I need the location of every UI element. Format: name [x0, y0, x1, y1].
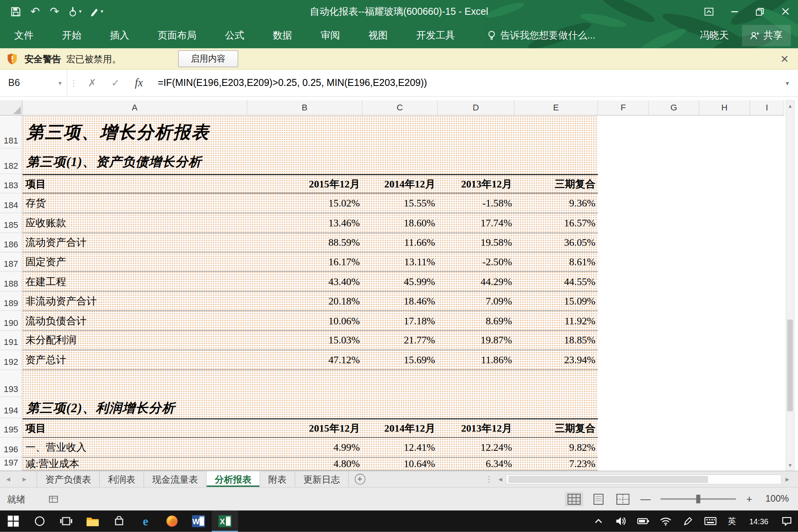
table-subtitle-cell[interactable]: 第三项(2)、利润增长分析 [23, 397, 598, 418]
value-cell[interactable]: 19.87% [438, 331, 514, 350]
scroll-right-icon[interactable]: ► [782, 476, 793, 483]
ribbon-tab-视图[interactable]: 视图 [354, 23, 402, 48]
value-cell[interactable]: 12.24% [438, 438, 514, 457]
row-header-186[interactable]: 186 [0, 233, 23, 252]
row-label-cell[interactable]: 非流动资产合计 [23, 292, 247, 310]
sheet-tab-更新日志[interactable]: 更新日志 [295, 471, 348, 487]
value-cell[interactable]: 15.69% [362, 350, 438, 369]
formula-input[interactable]: =IF(MIN(E196,E203,E209)>0.25, 0.25, MIN(… [150, 70, 777, 96]
column-header-E[interactable]: E [514, 100, 598, 116]
ime-indicator[interactable]: 英 [722, 511, 742, 532]
store-icon[interactable] [106, 511, 132, 532]
network-icon[interactable] [654, 511, 677, 532]
insert-function-icon[interactable]: fx [127, 70, 150, 96]
cortana-icon[interactable] [26, 511, 53, 532]
action-center-icon[interactable] [775, 511, 798, 532]
row-label-cell[interactable]: 减:营业成本 [23, 457, 247, 470]
column-header-I[interactable]: I [750, 100, 784, 116]
ribbon-display-options-icon[interactable] [696, 0, 721, 23]
value-cell[interactable]: 7.09% [438, 292, 514, 310]
row-label-cell[interactable]: 存货 [23, 193, 247, 213]
column-header-C[interactable]: C [362, 100, 438, 116]
zoom-slider[interactable] [661, 498, 736, 500]
value-cell[interactable]: 7.23% [514, 457, 598, 470]
restore-icon[interactable] [747, 0, 772, 23]
enable-content-button[interactable]: 启用内容 [178, 51, 238, 67]
column-header-D[interactable]: D [438, 100, 514, 116]
excel-icon[interactable]: X [212, 511, 238, 532]
ribbon-tab-页面布局[interactable]: 页面布局 [144, 23, 211, 48]
value-cell[interactable]: 2014年12月 [362, 419, 438, 437]
macro-record-icon[interactable] [49, 495, 58, 502]
column-header-F[interactable]: F [598, 100, 649, 116]
normal-view-icon[interactable] [565, 492, 583, 506]
value-cell[interactable]: 45.99% [362, 272, 438, 291]
horizontal-scroll-thumb[interactable] [508, 476, 708, 483]
new-sheet-button[interactable]: + [348, 471, 371, 487]
chevron-down-icon[interactable]: ▾ [58, 79, 61, 86]
ribbon-tab-开发工具[interactable]: 开发工具 [402, 23, 469, 48]
value-cell[interactable]: 9.36% [514, 193, 598, 213]
redo-icon[interactable]: ↷ [45, 0, 64, 23]
value-cell[interactable]: 三期复合 [514, 175, 598, 193]
row-header-185[interactable]: 185 [0, 213, 23, 233]
value-cell[interactable]: 43.40% [247, 272, 362, 291]
zoom-slider-handle[interactable] [696, 495, 700, 503]
row-header-193[interactable]: 193 [0, 370, 23, 397]
zoom-in-icon[interactable]: + [744, 493, 754, 505]
value-cell[interactable]: 10.64% [362, 457, 438, 470]
sheet-tab-资产负债表[interactable]: 资产负债表 [37, 471, 100, 487]
name-box[interactable]: B6 ▾ [0, 70, 67, 96]
row-header-181[interactable]: 181 [0, 116, 23, 149]
value-cell[interactable]: 4.80% [247, 457, 362, 470]
start-icon[interactable] [0, 511, 26, 532]
row-header-194[interactable]: 194 [0, 397, 23, 418]
value-cell[interactable]: 15.03% [247, 331, 362, 350]
zoom-level[interactable]: 100% [760, 494, 789, 504]
value-cell[interactable]: 2015年12月 [247, 175, 362, 193]
page-layout-view-icon[interactable] [590, 492, 608, 506]
sheet-tab-利润表[interactable]: 利润表 [100, 471, 144, 487]
value-cell[interactable]: 2013年12月 [438, 175, 514, 193]
value-cell[interactable]: 18.46% [362, 292, 438, 310]
close-warning-icon[interactable]: ✕ [780, 52, 789, 65]
value-cell[interactable]: 6.34% [438, 457, 514, 470]
row-header-191[interactable]: 191 [0, 331, 23, 350]
empty-row[interactable] [23, 370, 598, 397]
horizontal-scroll-track[interactable] [506, 474, 782, 484]
section-title-cell[interactable]: 第三项、增长分析报表 [23, 116, 598, 149]
ribbon-tab-开始[interactable]: 开始 [48, 23, 96, 48]
row-label-cell[interactable]: 应收账款 [23, 213, 247, 233]
value-cell[interactable]: 2015年12月 [247, 419, 362, 437]
cells-area[interactable]: 第三项、增长分析报表第三项(1)、资产负债增长分析项目2015年12月2014年… [23, 116, 784, 471]
value-cell[interactable]: 17.18% [362, 311, 438, 331]
value-cell[interactable]: 23.94% [514, 350, 598, 369]
column-header-B[interactable]: B [247, 100, 362, 116]
column-header-H[interactable]: H [699, 100, 750, 116]
task-view-icon[interactable] [53, 511, 79, 532]
value-cell[interactable]: 11.92% [514, 311, 598, 331]
row-header-196[interactable]: 196 [0, 438, 23, 457]
page-break-preview-icon[interactable] [614, 492, 632, 506]
value-cell[interactable]: 15.55% [362, 193, 438, 213]
row-header-182[interactable]: 182 [0, 149, 23, 174]
row-label-cell[interactable]: 未分配利润 [23, 331, 247, 350]
row-header-192[interactable]: 192 [0, 350, 23, 370]
column-header-A[interactable]: A [23, 100, 247, 116]
row-label-cell[interactable]: 在建工程 [23, 272, 247, 291]
row-label-cell[interactable]: 项目 [23, 419, 247, 437]
volume-icon[interactable] [610, 511, 632, 532]
file-explorer-icon[interactable] [79, 511, 106, 532]
select-all-corner[interactable] [0, 100, 23, 116]
ribbon-tab-公式[interactable]: 公式 [211, 23, 259, 48]
value-cell[interactable]: 11.66% [362, 233, 438, 252]
row-label-cell[interactable]: 流动负债合计 [23, 311, 247, 331]
expand-formula-bar-icon[interactable]: ▾ [777, 70, 798, 96]
vertical-scroll-thumb[interactable] [788, 320, 793, 411]
value-cell[interactable]: 20.18% [247, 292, 362, 310]
firefox-icon[interactable] [159, 511, 185, 532]
touch-mode-icon[interactable]: ▾ [64, 0, 86, 23]
cancel-icon[interactable]: ✗ [80, 70, 104, 96]
value-cell[interactable]: 21.77% [362, 331, 438, 350]
row-header-184[interactable]: 184 [0, 193, 23, 213]
